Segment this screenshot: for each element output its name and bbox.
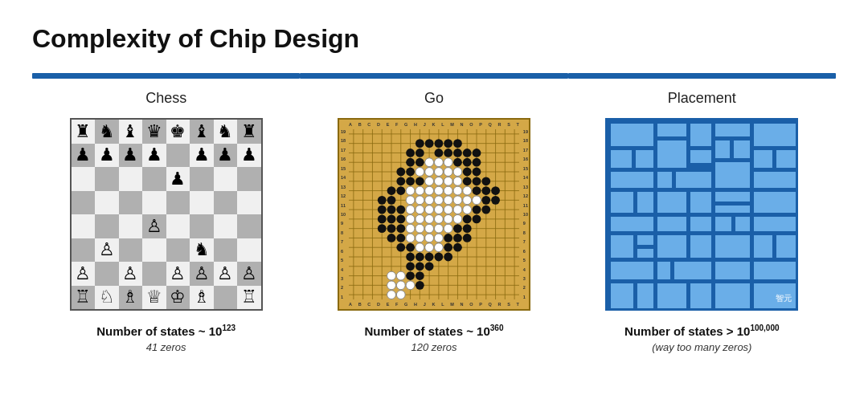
svg-point-39 — [444, 139, 452, 148]
svg-point-57 — [425, 158, 434, 167]
chess-cell: ♟ — [95, 144, 119, 168]
chess-cell: ♝ — [119, 120, 143, 144]
placement-column: Placement — [568, 73, 836, 353]
svg-point-51 — [463, 158, 472, 167]
svg-point-72 — [396, 186, 405, 195]
svg-point-75 — [491, 186, 500, 195]
svg-point-54 — [406, 168, 415, 177]
chess-cell — [166, 144, 190, 168]
svg-point-146 — [425, 243, 434, 252]
svg-point-76 — [425, 177, 434, 185]
svg-point-64 — [453, 168, 462, 177]
svg-point-83 — [434, 186, 443, 195]
chess-cell — [142, 167, 166, 191]
columns-container: Chess ♜♞♝♛♚♝♞♜♟♟♟♟♟♟♟♟♙♙♞♙♙♙♙♙♙♖♘♗♕♔♗♖ N… — [32, 73, 836, 353]
chess-cell: ♙ — [190, 262, 214, 286]
chess-cell — [72, 238, 96, 263]
svg-point-95 — [444, 196, 452, 205]
svg-point-122 — [378, 224, 387, 233]
svg-point-68 — [463, 177, 472, 185]
svg-point-63 — [444, 168, 452, 177]
svg-point-58 — [434, 158, 443, 167]
svg-point-89 — [481, 196, 490, 205]
svg-point-157 — [396, 271, 405, 280]
svg-point-130 — [434, 224, 443, 233]
svg-point-108 — [444, 206, 452, 214]
svg-point-79 — [453, 177, 462, 185]
chess-cell — [95, 262, 119, 286]
svg-point-115 — [473, 214, 481, 223]
chess-cell: ♟ — [237, 144, 261, 168]
svg-point-139 — [425, 234, 434, 242]
svg-point-143 — [444, 243, 452, 252]
chess-title: Chess — [145, 90, 186, 107]
svg-point-111 — [378, 214, 387, 223]
svg-point-102 — [473, 206, 481, 214]
chess-cell — [237, 214, 261, 238]
chess-cell — [190, 214, 214, 238]
go-col-labels-bottom: ABCDEFGHJKLMNOPQRST — [349, 302, 519, 307]
svg-point-156 — [387, 271, 396, 280]
svg-point-105 — [416, 206, 424, 214]
svg-point-69 — [473, 177, 481, 185]
svg-point-82 — [425, 186, 434, 195]
chess-cell — [237, 167, 261, 191]
chess-bar — [32, 73, 300, 79]
svg-point-74 — [481, 186, 490, 195]
chess-cell: ♖ — [237, 286, 261, 310]
svg-point-131 — [444, 224, 452, 233]
svg-point-94 — [434, 196, 443, 205]
chess-cell: ♟ — [166, 167, 190, 191]
chess-cell — [166, 191, 190, 215]
svg-point-88 — [387, 196, 396, 205]
placement-title: Placement — [668, 90, 736, 107]
svg-point-70 — [481, 177, 490, 185]
chess-cell — [142, 262, 166, 286]
svg-point-119 — [434, 214, 443, 223]
svg-point-127 — [406, 224, 415, 233]
chess-cell: ♙ — [142, 214, 166, 238]
go-zeros: 120 zeros — [411, 341, 457, 353]
chess-cell: ♙ — [95, 238, 119, 263]
svg-point-36 — [416, 139, 424, 148]
svg-point-106 — [425, 206, 434, 214]
svg-point-52 — [473, 158, 481, 167]
svg-point-61 — [425, 168, 434, 177]
svg-point-81 — [416, 186, 424, 195]
chess-cell: ♛ — [142, 120, 166, 144]
svg-point-120 — [444, 214, 452, 223]
chess-cell — [214, 238, 238, 263]
placement-bar — [568, 73, 836, 79]
chess-cell — [95, 191, 119, 215]
svg-point-78 — [444, 177, 452, 185]
svg-point-73 — [473, 186, 481, 195]
svg-point-42 — [416, 149, 424, 157]
chess-cell: ♙ — [166, 262, 190, 286]
go-title: Go — [424, 90, 444, 107]
svg-point-77 — [434, 177, 443, 185]
chess-cell: ♙ — [214, 262, 238, 286]
placement-board: 智元 — [605, 118, 798, 311]
chess-cell: ♟ — [214, 144, 238, 168]
chess-cell: ♖ — [72, 286, 96, 310]
svg-point-66 — [406, 177, 415, 185]
chess-cell — [166, 214, 190, 238]
svg-point-132 — [387, 234, 396, 242]
chess-cell — [214, 167, 238, 191]
svg-point-107 — [434, 206, 443, 214]
svg-point-116 — [406, 214, 415, 223]
svg-point-155 — [425, 262, 434, 271]
svg-point-113 — [396, 214, 405, 223]
chess-cell: ♙ — [72, 262, 96, 286]
svg-point-53 — [396, 168, 405, 177]
svg-point-92 — [416, 196, 424, 205]
svg-point-117 — [416, 214, 424, 223]
svg-point-87 — [378, 196, 387, 205]
svg-point-109 — [453, 206, 462, 214]
svg-point-142 — [406, 243, 415, 252]
go-states: Number of states ~ 10360 — [364, 324, 503, 338]
chess-cell: ♘ — [95, 286, 119, 310]
svg-point-99 — [378, 206, 387, 214]
placement-board-image: 智元 — [605, 118, 798, 311]
svg-point-85 — [453, 186, 462, 195]
